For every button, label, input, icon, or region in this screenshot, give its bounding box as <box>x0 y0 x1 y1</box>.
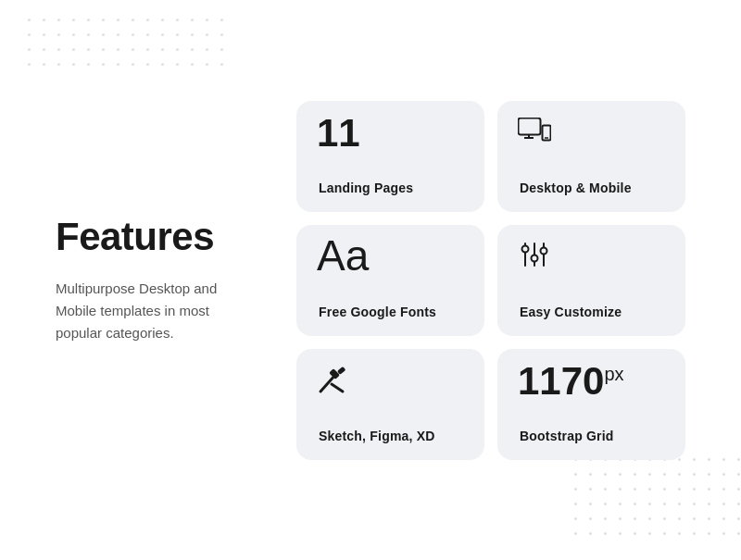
card-bootstrap-grid: 1170px Bootstrap Grid <box>497 349 685 460</box>
svg-rect-12 <box>329 368 340 380</box>
easy-customize-label: Easy Customize <box>520 305 663 319</box>
features-grid: 11 Landing Pages Desktop & Mobile Aa <box>296 101 685 460</box>
bootstrap-number: 1170px <box>518 362 624 401</box>
landing-pages-number: 11 <box>317 114 360 153</box>
card-landing-pages: 11 Landing Pages <box>296 101 484 212</box>
sliders-icon <box>518 242 551 273</box>
features-description: Multipurpose Desktop and Mobile template… <box>56 278 259 344</box>
devices-icon <box>518 118 551 147</box>
card-google-fonts: Aa Free Google Fonts <box>296 225 484 336</box>
left-section: Features Multipurpose Desktop and Mobile… <box>56 216 296 343</box>
main-container: Features Multipurpose Desktop and Mobile… <box>0 0 741 560</box>
features-title: Features <box>56 216 259 258</box>
card-sketch-figma: Sketch, Figma, XD <box>296 349 484 460</box>
tools-icon <box>317 366 350 401</box>
landing-pages-label: Landing Pages <box>319 180 462 195</box>
svg-point-8 <box>522 245 529 252</box>
svg-line-13 <box>332 384 343 392</box>
px-suffix: px <box>604 364 623 384</box>
google-fonts-label: Free Google Fonts <box>319 305 462 319</box>
svg-line-11 <box>320 375 335 392</box>
card-desktop-mobile: Desktop & Mobile <box>497 101 685 212</box>
svg-point-9 <box>532 255 538 261</box>
svg-rect-0 <box>519 118 541 134</box>
desktop-mobile-label: Desktop & Mobile <box>520 180 663 195</box>
google-fonts-icon: Aa <box>317 234 369 277</box>
svg-point-10 <box>541 247 547 254</box>
sketch-figma-label: Sketch, Figma, XD <box>319 429 462 443</box>
card-easy-customize: Easy Customize <box>497 225 685 336</box>
bootstrap-grid-label: Bootstrap Grid <box>520 429 663 443</box>
